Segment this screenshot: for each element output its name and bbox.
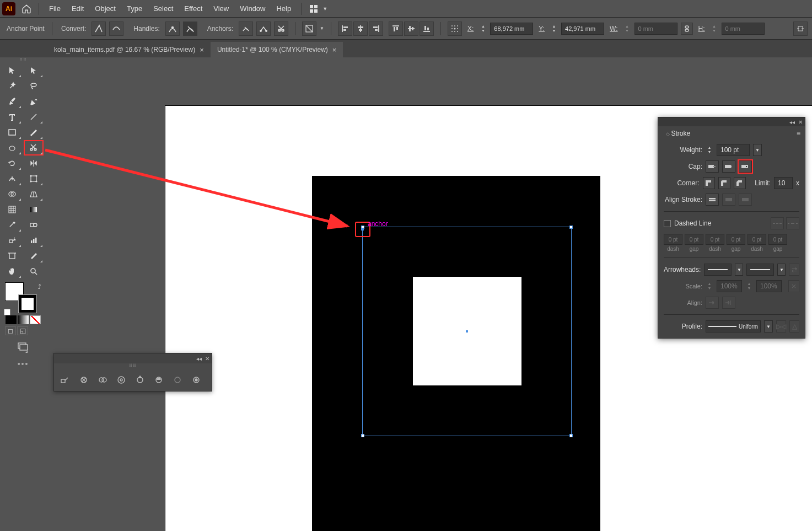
y-field[interactable]: 42,971 mm xyxy=(561,23,604,35)
corner-miter-button[interactable] xyxy=(703,177,715,189)
menu-window[interactable]: Window xyxy=(234,2,271,15)
default-fill-stroke-icon[interactable] xyxy=(4,309,10,315)
dashed-line-checkbox[interactable] xyxy=(664,220,671,227)
menu-object[interactable]: Object xyxy=(89,2,121,15)
menu-file[interactable]: File xyxy=(44,2,66,15)
rectangle-tool[interactable] xyxy=(2,125,22,140)
type-tool[interactable] xyxy=(2,109,22,125)
symbolism-tools-panel[interactable]: ◂◂ ✕ ⠿⠿ xyxy=(53,353,212,391)
convert-corner-button[interactable] xyxy=(92,22,106,36)
stroke-swatch[interactable] xyxy=(18,294,37,313)
limit-field[interactable]: 10 xyxy=(774,177,793,189)
color-mode-solid[interactable] xyxy=(6,315,17,324)
profile-select[interactable]: Uniform xyxy=(706,320,761,332)
free-transform-tool[interactable] xyxy=(24,171,44,186)
constrain-proportions-button[interactable] xyxy=(681,23,693,35)
menu-type[interactable]: Type xyxy=(121,2,148,15)
close-icon[interactable]: × xyxy=(332,46,337,54)
menu-help[interactable]: Help xyxy=(271,2,297,15)
mesh-tool[interactable] xyxy=(2,202,22,217)
selection-tool[interactable] xyxy=(2,63,22,78)
align-vcenter-button[interactable] xyxy=(404,22,418,36)
perspective-tool[interactable] xyxy=(24,186,44,202)
panel-collapse-icon[interactable]: ◂◂ xyxy=(196,356,202,362)
align-stroke-center-button[interactable] xyxy=(706,194,719,206)
convert-smooth-button[interactable] xyxy=(109,22,123,36)
arrange-documents-button[interactable] xyxy=(306,1,321,17)
selection-handle[interactable] xyxy=(569,434,573,437)
close-icon[interactable]: ✕ xyxy=(205,356,209,362)
close-icon[interactable]: × xyxy=(200,46,204,54)
corner-bevel-button[interactable] xyxy=(734,177,746,189)
arrowhead-start-dropdown[interactable]: ▼ xyxy=(735,264,743,276)
pen-tool[interactable] xyxy=(2,94,22,109)
chevron-down-icon[interactable]: ▼ xyxy=(320,26,324,31)
menu-edit[interactable]: Edit xyxy=(66,2,89,15)
weight-field[interactable]: 100 pt xyxy=(717,144,750,156)
symbol-sizer-icon[interactable] xyxy=(115,373,128,387)
lasso-tool[interactable] xyxy=(24,78,44,94)
swap-fill-stroke-icon[interactable]: ⤴ xyxy=(38,283,41,290)
width-tool[interactable] xyxy=(2,171,22,186)
screen-mode-button[interactable] xyxy=(18,339,29,354)
reference-point-button[interactable] xyxy=(448,22,462,36)
arrowhead-start-select[interactable] xyxy=(704,264,732,276)
symbol-scruncher-icon[interactable] xyxy=(96,373,109,387)
close-icon[interactable]: ✕ xyxy=(798,119,803,125)
gradient-tool[interactable] xyxy=(24,202,44,217)
anchor-remove-button[interactable] xyxy=(239,22,253,36)
align-bottom-button[interactable] xyxy=(420,22,434,36)
x-stepper[interactable]: ▲▼ xyxy=(479,23,487,35)
weight-stepper[interactable]: ▲▼ xyxy=(706,144,713,156)
document-tab[interactable]: Untitled-1* @ 100 % (CMYK/Preview) × xyxy=(211,42,343,57)
panel-collapse-icon[interactable]: ◂◂ xyxy=(789,119,795,125)
home-button[interactable] xyxy=(19,1,34,17)
corner-round-button[interactable] xyxy=(718,177,730,189)
magic-wand-tool[interactable] xyxy=(2,78,22,94)
align-left-button[interactable] xyxy=(338,22,352,36)
menu-view[interactable]: View xyxy=(208,2,234,15)
fill-stroke-swatch[interactable]: ⤴ xyxy=(2,281,45,314)
stroke-panel[interactable]: ◂◂ ✕ ◇ Stroke ≡ Weight: ▲▼ 100 pt ▼ Cap:… xyxy=(658,117,805,339)
align-hcenter-button[interactable] xyxy=(353,22,368,36)
selection-handle[interactable] xyxy=(569,226,573,229)
arrowhead-end-select[interactable] xyxy=(746,264,774,276)
symbol-sprayer-icon[interactable] xyxy=(58,373,72,387)
cap-butt-button[interactable] xyxy=(706,160,719,173)
direct-selection-tool[interactable] xyxy=(24,63,44,78)
hand-tool[interactable] xyxy=(2,264,22,279)
paintbrush-tool[interactable] xyxy=(24,125,44,140)
symbol-screener-icon[interactable] xyxy=(171,373,184,387)
scissors-tool[interactable] xyxy=(24,140,44,155)
symbol-styler-icon[interactable] xyxy=(190,373,203,387)
symbol-sprayer-tool[interactable] xyxy=(2,233,22,248)
anchor-cut-button[interactable] xyxy=(274,22,288,36)
reflect-tool[interactable] xyxy=(24,155,44,171)
panel-grip[interactable]: ⠿⠿ xyxy=(54,363,212,369)
graph-tool[interactable] xyxy=(24,233,44,248)
eyedropper-tool[interactable] xyxy=(2,217,22,233)
edit-toolbar-button[interactable]: ••• xyxy=(2,360,45,368)
panel-grip[interactable]: ⠿⠿ xyxy=(2,57,45,63)
color-mode-gradient[interactable] xyxy=(18,315,29,324)
curvature-tool[interactable] xyxy=(24,94,44,109)
draw-normal-button[interactable]: ◻ xyxy=(5,326,16,335)
x-field[interactable]: 68,972 mm xyxy=(490,23,533,35)
menu-effect[interactable]: Effect xyxy=(179,2,208,15)
stroke-tab[interactable]: ◇ Stroke xyxy=(663,127,693,140)
draw-behind-button[interactable]: ◱ xyxy=(17,326,28,335)
cap-projecting-button[interactable] xyxy=(739,160,752,173)
selection-handle[interactable] xyxy=(361,434,364,437)
line-tool[interactable] xyxy=(24,109,44,125)
handles-show-button[interactable] xyxy=(165,22,180,36)
anchor-connect-button[interactable] xyxy=(256,22,271,36)
symbol-stainer-icon[interactable] xyxy=(152,373,165,387)
y-stepper[interactable]: ▲▼ xyxy=(550,23,558,35)
align-to-pixel-button[interactable] xyxy=(793,22,808,36)
symbol-shifter-icon[interactable] xyxy=(77,373,90,387)
shape-builder-tool[interactable] xyxy=(2,186,22,202)
arrange-chevron-icon[interactable]: ▼ xyxy=(322,6,327,12)
color-mode-none[interactable] xyxy=(30,315,41,324)
shaper-tool[interactable] xyxy=(2,140,22,155)
arrowhead-end-dropdown[interactable]: ▼ xyxy=(777,264,786,276)
